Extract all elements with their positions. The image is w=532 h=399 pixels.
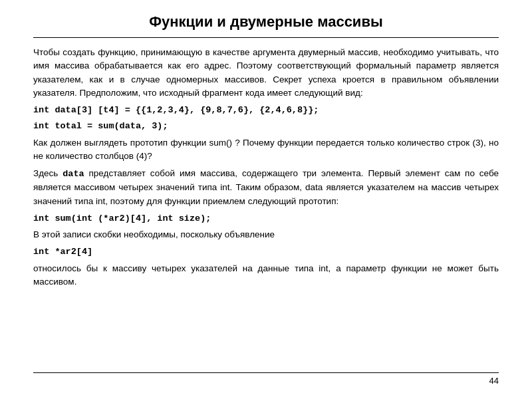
page-title: Функции и двумерные массивы [33,13,499,31]
paragraph-2: Как должен выглядеть прототип функции su… [33,136,499,164]
top-divider [33,37,499,38]
intro-paragraph: Чтобы создать функцию, принимающую в кач… [33,46,499,100]
paragraph-3: Здесь data представляет собой имя массив… [33,167,499,208]
code-line-1: int data[3] [t4] = {{1,2,3,4}, {9,8,7,6}… [33,104,499,117]
paragraph-5: относилось бы к массиву четырех указател… [33,262,499,289]
code-line-3: int sum(int (*ar2)[4], int size); [33,212,499,225]
code-line-4: int *ar2[4] [33,245,499,259]
code-line-2: int total = sum(data, 3); [33,120,499,133]
content-area: Чтобы создать функцию, принимающую в кач… [33,46,499,367]
page: Функции и двумерные массивы Чтобы создат… [0,0,532,399]
inline-code-data: data [63,169,84,179]
paragraph-4: В этой записи скобки необходимы, посколь… [33,228,499,241]
page-number: 44 [489,376,499,386]
bottom-bar: 44 [33,372,499,386]
